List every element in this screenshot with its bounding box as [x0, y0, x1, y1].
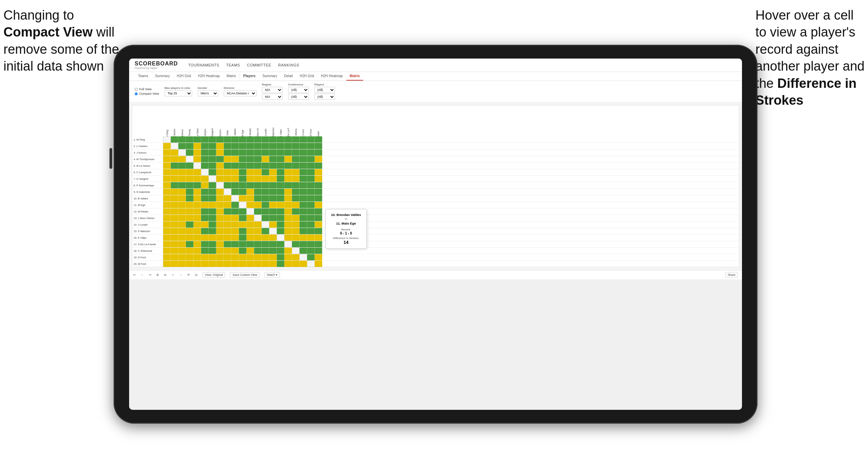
- matrix-cell[interactable]: [231, 235, 239, 241]
- matrix-cell[interactable]: [247, 189, 254, 195]
- matrix-cell[interactable]: [277, 248, 284, 254]
- matrix-cell[interactable]: [171, 261, 178, 267]
- matrix-cell[interactable]: [171, 215, 178, 221]
- save-custom-view-btn[interactable]: Save Custom View: [230, 272, 260, 278]
- matrix-cell[interactable]: [216, 254, 224, 260]
- matrix-cell[interactable]: [300, 241, 307, 247]
- matrix-cell[interactable]: [292, 169, 300, 175]
- matrix-cell[interactable]: [292, 221, 300, 228]
- matrix-cell[interactable]: [262, 189, 269, 195]
- matrix-cell[interactable]: [307, 215, 315, 221]
- matrix-cell[interactable]: [209, 176, 216, 182]
- matrix-cell[interactable]: [269, 169, 277, 175]
- matrix-cell[interactable]: [216, 248, 224, 254]
- matrix-cell[interactable]: [247, 248, 254, 254]
- matrix-cell[interactable]: [224, 182, 231, 188]
- matrix-cell[interactable]: [209, 215, 216, 221]
- matrix-cell[interactable]: [292, 261, 300, 267]
- matrix-cell[interactable]: [231, 176, 239, 182]
- matrix-cell[interactable]: [254, 221, 262, 228]
- matrix-cell[interactable]: [307, 149, 315, 156]
- matrix-cell[interactable]: [284, 143, 292, 149]
- target-icon[interactable]: ◎: [195, 273, 198, 277]
- matrix-cell[interactable]: [201, 182, 209, 188]
- matrix-cell[interactable]: [163, 189, 171, 195]
- matrix-cell[interactable]: [307, 221, 315, 228]
- matrix-cell[interactable]: [178, 254, 186, 260]
- matrix-cell[interactable]: [216, 195, 224, 201]
- matrix-cell[interactable]: [277, 261, 284, 267]
- matrix-cell[interactable]: [239, 149, 247, 156]
- matrix-cell[interactable]: [178, 208, 186, 215]
- matrix-cell[interactable]: [194, 221, 201, 228]
- matrix-cell[interactable]: [239, 182, 247, 188]
- matrix-cell[interactable]: [262, 241, 269, 247]
- matrix-cell[interactable]: [292, 195, 300, 201]
- matrix-cell[interactable]: [201, 163, 209, 169]
- matrix-cell[interactable]: [239, 195, 247, 201]
- matrix-cell[interactable]: [186, 182, 194, 188]
- matrix-cell[interactable]: [292, 254, 300, 260]
- matrix-cell[interactable]: [171, 176, 178, 182]
- matrix-cell[interactable]: [231, 221, 239, 228]
- matrix-cell[interactable]: [300, 208, 307, 215]
- matrix-cell[interactable]: [224, 235, 231, 241]
- matrix-cell[interactable]: [247, 163, 254, 169]
- matrix-cell[interactable]: [231, 228, 239, 234]
- matrix-cell[interactable]: [300, 254, 307, 260]
- matrix-cell[interactable]: [239, 228, 247, 234]
- matrix-cell[interactable]: [277, 136, 284, 143]
- tablet-power-button[interactable]: [109, 148, 112, 169]
- matrix-cell[interactable]: [300, 163, 307, 169]
- matrix-cell[interactable]: [231, 254, 239, 260]
- matrix-cell[interactable]: [178, 143, 186, 149]
- matrix-cell[interactable]: [254, 195, 262, 201]
- matrix-cell[interactable]: [231, 202, 239, 208]
- matrix-cell[interactable]: [178, 261, 186, 267]
- zoom-out-icon[interactable]: ⊖: [164, 273, 167, 277]
- matrix-cell[interactable]: [284, 202, 292, 208]
- matrix-cell[interactable]: [224, 189, 231, 195]
- matrix-cell[interactable]: [284, 228, 292, 234]
- matrix-cell[interactable]: [201, 136, 209, 143]
- matrix-cell[interactable]: [209, 169, 216, 175]
- matrix-cell[interactable]: [269, 176, 277, 182]
- matrix-cell[interactable]: [269, 235, 277, 241]
- matrix-cell[interactable]: [194, 241, 201, 247]
- matrix-cell[interactable]: [163, 215, 171, 221]
- matrix-cell[interactable]: [292, 149, 300, 156]
- matrix-cell[interactable]: [315, 241, 322, 247]
- matrix-cell[interactable]: [163, 163, 171, 169]
- matrix-cell[interactable]: [315, 143, 322, 149]
- matrix-cell[interactable]: [315, 228, 322, 234]
- matrix-cell[interactable]: [231, 248, 239, 254]
- matrix-cell[interactable]: [247, 182, 254, 188]
- matrix-cell[interactable]: [315, 176, 322, 182]
- matrix-cell[interactable]: [262, 261, 269, 267]
- matrix-cell[interactable]: [284, 149, 292, 156]
- matrix-cell[interactable]: [186, 156, 194, 162]
- matrix-cell[interactable]: [277, 241, 284, 247]
- matrix-cell[interactable]: [231, 163, 239, 169]
- matrix-cell[interactable]: [284, 195, 292, 201]
- matrix-cell[interactable]: [216, 261, 224, 267]
- matrix-cell[interactable]: [277, 208, 284, 215]
- tab-teams[interactable]: Teams: [135, 72, 151, 81]
- matrix-cell[interactable]: [269, 248, 277, 254]
- matrix-cell[interactable]: [216, 169, 224, 175]
- matrix-cell[interactable]: [216, 221, 224, 228]
- matrix-cell[interactable]: [163, 195, 171, 201]
- matrix-cell[interactable]: [315, 248, 322, 254]
- matrix-cell[interactable]: [231, 261, 239, 267]
- matrix-cell[interactable]: [315, 163, 322, 169]
- matrix-cell[interactable]: [247, 143, 254, 149]
- conference-select2[interactable]: (All): [288, 94, 309, 100]
- matrix-cell[interactable]: [178, 189, 186, 195]
- matrix-cell[interactable]: [171, 248, 178, 254]
- gender-select[interactable]: Men's: [198, 90, 218, 96]
- matrix-cell[interactable]: [178, 163, 186, 169]
- matrix-cell[interactable]: [209, 221, 216, 228]
- matrix-cell[interactable]: [292, 182, 300, 188]
- matrix-cell[interactable]: [292, 156, 300, 162]
- matrix-cell[interactable]: [163, 228, 171, 234]
